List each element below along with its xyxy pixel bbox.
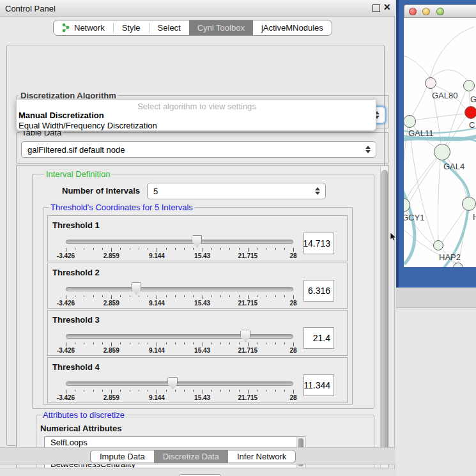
- control-panel-titlebar[interactable]: Control Panel ✕: [0, 0, 395, 17]
- tab-label: Style: [122, 23, 141, 33]
- slider-tick: [239, 295, 240, 297]
- network-node-gal11[interactable]: [404, 115, 416, 128]
- slider-tick-label: 2.859: [104, 300, 119, 307]
- tab-style[interactable]: Style: [114, 20, 149, 35]
- slider-track[interactable]: [66, 240, 293, 244]
- slider-track[interactable]: [66, 381, 293, 386]
- slider-thumb[interactable]: [131, 282, 141, 295]
- network-node-h[interactable]: [462, 197, 476, 211]
- bottom-tab-bar: Impute DataDiscretize DataInfer Network: [90, 450, 296, 463]
- threshold-4-box: Threshold 4-3.4262.8599.14415.4321.71528…: [47, 357, 348, 403]
- slider-tick: [211, 390, 212, 392]
- slider-tick: [266, 248, 266, 250]
- slider-track[interactable]: [66, 334, 293, 339]
- network-node-hap2[interactable]: [433, 240, 443, 250]
- slider-tick-label: 9.144: [149, 394, 165, 401]
- slider-tick: [111, 295, 112, 299]
- slider-track[interactable]: [66, 287, 293, 291]
- thresholds-group-label: Threshold's Coordinates for 5 Intervals: [49, 203, 195, 212]
- slider-tick-label: 15.43: [194, 252, 210, 259]
- threshold-value-field[interactable]: 14.713: [303, 233, 334, 254]
- attribute-item[interactable]: SelfLoops: [45, 437, 305, 448]
- slider-tick-label: -3.426: [57, 347, 75, 354]
- stepper-icon: [365, 146, 371, 153]
- number-of-intervals-combobox[interactable]: 5: [147, 183, 326, 199]
- tab-select[interactable]: Select: [150, 20, 189, 35]
- slider-tick-label: -3.426: [57, 252, 75, 259]
- tab-label: Network: [74, 23, 105, 33]
- slider-tick: [66, 390, 66, 394]
- dropdown-option-equal-width[interactable]: Equal Width/Frequency Discretization: [19, 121, 157, 130]
- slider-tick: [203, 295, 203, 299]
- slider-tick: [102, 248, 103, 250]
- minimize-traffic-light-icon[interactable]: [422, 8, 430, 15]
- slider-tick: [66, 248, 66, 252]
- slider-tick: [284, 248, 285, 250]
- slider-thumb[interactable]: [240, 330, 250, 342]
- tab-label: Cyni Toolbox: [197, 23, 245, 33]
- slider-tick: [203, 390, 203, 394]
- slider-tick: [102, 342, 103, 344]
- slider-tick: [211, 248, 212, 250]
- slider-tick: [184, 248, 185, 250]
- node-label: GCY1: [404, 213, 424, 222]
- tab-jactivemnodules[interactable]: jActiveMNodules: [253, 20, 332, 35]
- threshold-3-box: Threshold 3-3.4262.8599.14415.4321.71528…: [47, 310, 348, 356]
- slider-tick: [93, 342, 94, 344]
- network-canvas[interactable]: GAL80GACGAL11GAL4GCY1HHAP2: [404, 18, 476, 267]
- tab-discretize-data[interactable]: Discretize Data: [154, 450, 228, 463]
- tab-impute-data[interactable]: Impute Data: [91, 450, 154, 463]
- tab-label: jActiveMNodules: [261, 23, 323, 33]
- table-data-combobox[interactable]: galFiltered.sif default node: [21, 141, 376, 158]
- table-panel-header: Table Panel: [396, 288, 476, 308]
- slider-tick-label: 21.715: [238, 394, 258, 401]
- slider-thumb[interactable]: [192, 235, 202, 247]
- threshold-value-field[interactable]: 21.4: [303, 327, 334, 349]
- slider-tick: [75, 342, 75, 344]
- network-node-gal4[interactable]: [434, 144, 450, 160]
- slider-tick: [84, 390, 84, 392]
- slider-tick-label: 9.144: [149, 252, 165, 259]
- slider-tick: [166, 295, 167, 297]
- dropdown-option-manual[interactable]: Manual Discretization: [19, 111, 104, 120]
- slider-tick-label: 21.715: [238, 347, 258, 354]
- close-traffic-light-icon[interactable]: [409, 8, 417, 15]
- slider-tick: [157, 295, 157, 299]
- tab-cyni-toolbox[interactable]: Cyni Toolbox: [189, 20, 253, 35]
- node-label: GAL11: [408, 128, 434, 138]
- number-of-intervals-value: 5: [148, 187, 158, 196]
- slider-tick-label: 15.43: [194, 347, 210, 354]
- tab-network[interactable]: Network: [54, 20, 113, 35]
- slider-thumb[interactable]: [167, 377, 178, 389]
- tab-infer-network[interactable]: Infer Network: [228, 450, 295, 463]
- slider-tick: [120, 342, 121, 344]
- network-edge: [415, 114, 464, 120]
- network-node-c[interactable]: [464, 106, 476, 119]
- slider-tick: [166, 342, 167, 344]
- slider-tick: [157, 342, 157, 346]
- cyni-toolbox-panel: Discretization Algorithm Select algorith…: [6, 45, 385, 446]
- threshold-value-field[interactable]: 11.344: [303, 374, 334, 396]
- slider-tick-label: 28: [289, 394, 296, 401]
- zoom-traffic-light-icon[interactable]: [436, 8, 444, 15]
- tab-label: Select: [158, 23, 181, 33]
- slider-tick-label: 2.859: [104, 394, 119, 401]
- network-node-ga[interactable]: [463, 80, 475, 91]
- float-window-icon[interactable]: [372, 4, 380, 12]
- slider-tick: [93, 390, 94, 392]
- slider-tick: [284, 342, 285, 344]
- close-icon[interactable]: ✕: [383, 2, 391, 12]
- slider-tick: [203, 342, 203, 346]
- network-icon: [62, 23, 70, 33]
- slider-tick: [275, 248, 276, 250]
- threshold-value-field[interactable]: 6.316: [303, 280, 334, 302]
- slider-tick: [84, 295, 84, 297]
- network-edge: [411, 87, 427, 116]
- network-node-gal80[interactable]: [425, 77, 436, 89]
- attributes-group-label: Attributes to discretize: [41, 410, 127, 420]
- slider-tick: [130, 390, 130, 392]
- slider-tick: [75, 295, 75, 297]
- slider-tick: [175, 248, 176, 250]
- slider-tick: [111, 390, 112, 394]
- main-scrollbar-thumb[interactable]: [381, 170, 388, 464]
